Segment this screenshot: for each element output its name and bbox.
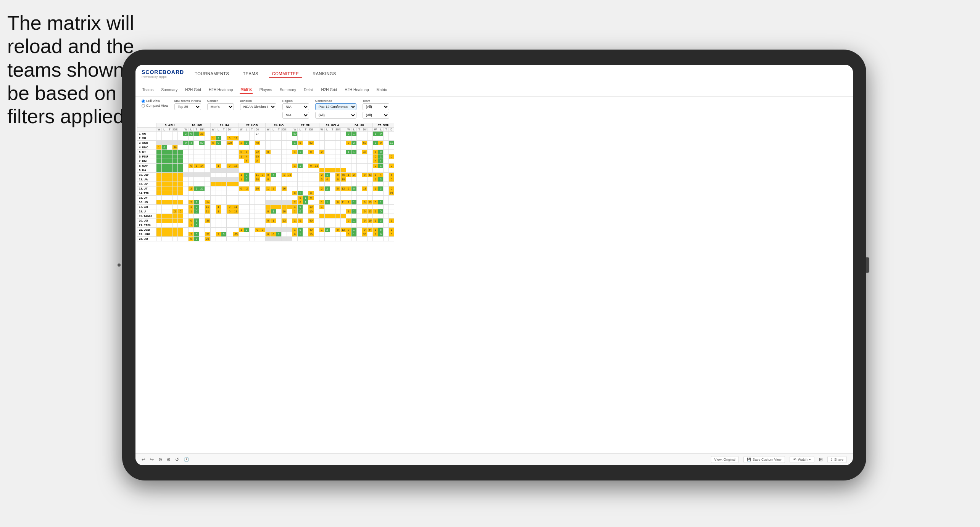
matrix-cell: 0	[362, 173, 368, 177]
matrix-cell	[194, 141, 199, 145]
matrix-cell	[303, 219, 308, 223]
gender-select[interactable]: Men's Women's	[207, 103, 234, 110]
reset-icon[interactable]: ↺	[175, 457, 179, 462]
nav-committee[interactable]: COMMITTEE	[269, 70, 302, 78]
subnav-summary2[interactable]: Summary	[279, 86, 297, 93]
matrix-cell: 1	[265, 186, 271, 191]
matrix-cell	[249, 196, 255, 200]
matrix-cell	[378, 205, 384, 209]
matrix-cell	[156, 223, 162, 228]
matrix-cell	[172, 182, 178, 186]
matrix-cell	[287, 205, 292, 209]
region-select2[interactable]: N/A	[282, 112, 309, 119]
col-header-asu: 3. ASU	[156, 123, 183, 128]
subnav-h2h-grid[interactable]: H2H Grid	[184, 86, 202, 93]
matrix-cell	[178, 132, 183, 136]
matrix-cell	[172, 159, 178, 164]
grid-icon[interactable]: ⊞	[819, 457, 823, 462]
matrix-cell	[373, 145, 378, 150]
matrix-cell	[233, 196, 239, 200]
matrix-cell	[287, 200, 292, 205]
matrix-cell	[308, 237, 314, 241]
matrix-cell	[221, 196, 226, 200]
subnav-h2h-grid2[interactable]: H2H Grid	[320, 86, 338, 93]
subnav-players[interactable]: Players	[259, 86, 273, 93]
matrix-cell: 0	[226, 136, 233, 141]
matrix-cell	[260, 191, 265, 196]
team-select[interactable]: (All)	[363, 103, 389, 110]
matrix-cell	[335, 232, 340, 237]
compact-view-radio[interactable]: Compact View	[142, 104, 168, 108]
team-filter: Team (All) (All)	[363, 99, 389, 119]
sh-uu-dif: Dif	[362, 128, 368, 132]
matrix-cell: 0	[346, 132, 351, 136]
full-view-radio[interactable]: Full View	[142, 99, 168, 103]
matrix-cell: 5	[378, 209, 384, 214]
matrix-cell	[239, 182, 244, 186]
matrix-cell: 0	[362, 209, 368, 214]
matrix-cell	[221, 154, 226, 159]
matrix-cell	[346, 196, 351, 200]
region-select[interactable]: N/A	[282, 103, 309, 110]
redo-icon[interactable]: ↪	[150, 457, 154, 462]
matrix-area[interactable]: 3. ASU 10. UW 11. UA 22. UCB 24. UO 27. …	[135, 121, 853, 453]
matrix-cell	[330, 186, 335, 191]
conference-select[interactable]: Pac-12 Conference (All)	[315, 103, 356, 110]
sh-su-t: T	[303, 128, 308, 132]
subnav-matrix2[interactable]: Matrix	[376, 86, 388, 93]
undo-icon[interactable]: ↩	[142, 457, 145, 462]
matrix-cell	[287, 145, 292, 150]
subnav-teams[interactable]: Teams	[142, 86, 154, 93]
matrix-cell	[255, 136, 260, 141]
matrix-cell: 1	[189, 209, 194, 214]
matrix-cell	[233, 186, 239, 191]
matrix-cell	[162, 200, 167, 205]
row-label: 10. UW	[137, 173, 156, 177]
zoom-in-icon[interactable]: ⊕	[167, 457, 171, 462]
watch-btn[interactable]: 👁 Watch ▾	[790, 456, 814, 463]
nav-teams[interactable]: TEAMS	[240, 70, 261, 78]
matrix-cell	[226, 168, 233, 173]
matrix-cell	[239, 164, 244, 168]
matrix-cell	[324, 214, 330, 219]
matrix-cell	[298, 173, 303, 177]
subnav-h2h-heatmap[interactable]: H2H Heatmap	[208, 86, 234, 93]
subnav-matrix[interactable]: Matrix	[240, 86, 252, 94]
max-teams-select[interactable]: Top 25 Top 50	[174, 103, 201, 110]
matrix-cell	[249, 228, 255, 232]
matrix-cell	[330, 154, 335, 159]
matrix-cell	[260, 214, 265, 219]
matrix-cell	[319, 209, 324, 214]
save-custom-btn[interactable]: 💾 Save Custom View	[743, 456, 785, 463]
matrix-cell	[389, 136, 394, 141]
subnav-h2h-heatmap2[interactable]: H2H Heatmap	[344, 86, 369, 93]
conference-select2[interactable]: (All)	[315, 112, 356, 119]
matrix-cell	[226, 191, 233, 196]
sh-su-x	[314, 128, 319, 132]
view-original-btn[interactable]: View: Original	[711, 456, 739, 463]
matrix-cell	[362, 154, 368, 159]
clock-icon[interactable]: 🕐	[184, 457, 189, 462]
matrix-cell	[368, 141, 373, 145]
subnav-summary[interactable]: Summary	[160, 86, 178, 93]
matrix-cell	[330, 219, 335, 223]
zoom-out-icon[interactable]: ⊖	[158, 457, 162, 462]
matrix-cell	[260, 237, 265, 241]
matrix-cell	[335, 154, 340, 159]
matrix-cell	[183, 159, 189, 164]
matrix-cell	[276, 177, 281, 182]
division-select[interactable]: NCAA Division I	[240, 103, 276, 110]
subnav-detail[interactable]: Detail	[303, 86, 314, 93]
share-btn[interactable]: ⤴ Share	[827, 456, 847, 463]
matrix-cell	[221, 173, 226, 177]
matrix-cell	[162, 136, 167, 141]
nav-tournaments[interactable]: TOURNAMENTS	[192, 70, 232, 78]
sh-ucb-x	[260, 128, 265, 132]
matrix-cell	[167, 223, 172, 228]
matrix-cell: 1	[319, 205, 324, 209]
matrix-cell	[335, 164, 340, 168]
team-select2[interactable]: (All)	[363, 112, 389, 119]
matrix-cell	[373, 168, 378, 173]
matrix-cell	[260, 219, 265, 223]
nav-rankings[interactable]: RANKINGS	[309, 70, 339, 78]
